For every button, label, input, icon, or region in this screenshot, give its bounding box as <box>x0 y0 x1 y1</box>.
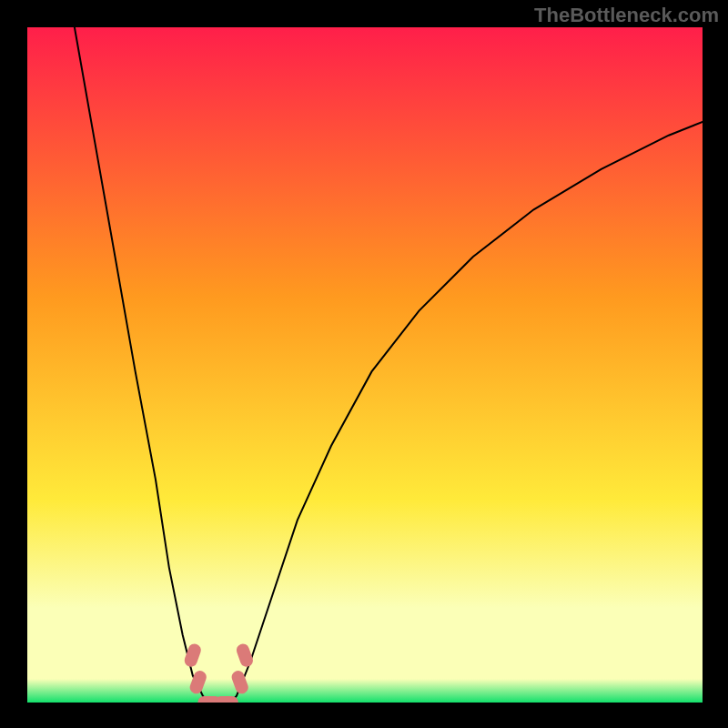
watermark-text: TheBottleneck.com <box>534 4 719 27</box>
plot-area <box>27 27 703 703</box>
gradient-background <box>27 27 703 703</box>
floor-marker-2 <box>215 696 238 703</box>
chart-frame: TheBottleneck.com <box>0 0 728 728</box>
plot-svg <box>27 27 703 703</box>
